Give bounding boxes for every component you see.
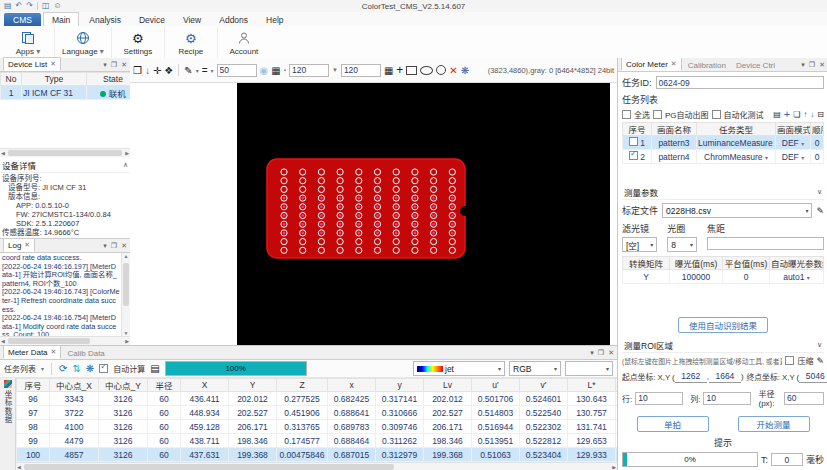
- roi-canvas[interactable]: [130, 83, 617, 345]
- radius-input[interactable]: [784, 392, 824, 405]
- meter-col-header[interactable]: a*: [616, 379, 618, 392]
- auto-calc-checkbox[interactable]: [99, 364, 108, 373]
- rows-input[interactable]: [635, 392, 683, 405]
- scroll-thumb[interactable]: [8, 338, 90, 344]
- edit-roi-icon[interactable]: ✎: [816, 356, 824, 366]
- tab-main[interactable]: Main: [43, 12, 79, 26]
- delete-roi-icon[interactable]: ✕: [449, 65, 457, 76]
- task-id-input[interactable]: [656, 76, 824, 89]
- cross-tool-icon[interactable]: +: [396, 63, 403, 77]
- device-details-header[interactable]: 设备详情 ∧: [0, 157, 130, 173]
- tab-view[interactable]: View: [175, 13, 209, 26]
- collapse-icon[interactable]: ∧: [123, 161, 128, 169]
- scroll-left-icon[interactable]: ◀: [1, 150, 5, 156]
- undo-icon[interactable]: ↶: [16, 1, 23, 11]
- dock-menu-icon[interactable]: ▾: [590, 349, 594, 357]
- dock-close-icon[interactable]: ✕: [608, 349, 614, 357]
- tab-calib-data[interactable]: Calib Data: [63, 347, 108, 359]
- language-button[interactable]: Language ▾: [55, 27, 112, 59]
- task-type-select[interactable]: LuminanceMeasure ▾: [697, 136, 776, 150]
- meter-col-header[interactable]: v': [520, 379, 568, 392]
- pencil-tool-icon[interactable]: ✎: [184, 65, 192, 76]
- scroll-right-icon[interactable]: ▶: [125, 338, 129, 344]
- task-checkbox[interactable]: [629, 137, 638, 146]
- cms-menu-button[interactable]: CMS: [4, 13, 41, 26]
- meter-col-header[interactable]: Y: [229, 379, 277, 392]
- log-hscrollbar[interactable]: ◀ ▶: [0, 336, 130, 345]
- focus-input[interactable]: [707, 237, 824, 250]
- compress-checkbox[interactable]: [785, 356, 794, 365]
- add-task-icon[interactable]: +: [784, 108, 790, 120]
- cols-input[interactable]: [703, 392, 751, 405]
- tab-addons[interactable]: Addons: [211, 13, 256, 26]
- scroll-thumb[interactable]: [24, 464, 394, 470]
- dock-menu-icon[interactable]: ▾: [801, 61, 805, 69]
- save-icon[interactable]: ▤: [4, 1, 12, 11]
- caret-icon[interactable]: ▾: [41, 365, 44, 372]
- caret-icon[interactable]: ▾: [211, 67, 214, 74]
- circle-tool-icon[interactable]: [436, 65, 446, 75]
- meter-col-header[interactable]: 中心点_X: [50, 379, 99, 392]
- tab-help[interactable]: Help: [258, 13, 291, 26]
- fit-screen-icon[interactable]: ✛: [153, 65, 161, 76]
- refresh-icon[interactable]: ⟳: [59, 363, 67, 374]
- copy-task-icon[interactable]: ❏: [793, 110, 800, 119]
- measure-params-header[interactable]: 测量参数 ∨: [622, 184, 824, 200]
- meter-col-header[interactable]: u': [472, 379, 520, 392]
- dock-menu-icon[interactable]: ▾: [103, 61, 107, 69]
- scroll-left-icon[interactable]: ◀: [17, 464, 21, 470]
- task-checkbox[interactable]: [629, 151, 638, 160]
- dock-close-icon[interactable]: ✕: [121, 242, 127, 250]
- task-mode-select[interactable]: DEF ▾: [776, 136, 811, 150]
- colormap-select[interactable]: jet▾: [413, 361, 505, 376]
- pg-auto-checkbox[interactable]: [653, 110, 662, 119]
- recipe-button[interactable]: ⚙ Recipe: [165, 27, 218, 59]
- meter-row[interactable]: 994479312660438.711198.3460.1745770.6884…: [17, 434, 618, 448]
- exposure-row[interactable]: Y 100000 0 auto1 ▾: [623, 270, 824, 284]
- ellipse-tool-icon[interactable]: [420, 66, 433, 75]
- meter-row[interactable]: 963343312660436.411202.0120.2775250.6824…: [17, 392, 618, 406]
- save-tasks-icon[interactable]: ▤: [773, 110, 781, 119]
- start-x-input[interactable]: [675, 370, 707, 383]
- meter-hscrollbar[interactable]: ◀ ▶: [16, 462, 617, 470]
- aperture-select[interactable]: 8▾: [667, 237, 697, 252]
- line-width-icon[interactable]: =: [202, 65, 208, 76]
- meter-col-header[interactable]: X: [181, 379, 229, 392]
- meter-row[interactable]: 1004857312660437.631199.3680.004758460.6…: [17, 448, 618, 462]
- caret-icon[interactable]: ▾: [196, 67, 199, 74]
- device-monitor-icon[interactable]: ◫: [42, 1, 50, 11]
- report-icon[interactable]: ▤: [150, 363, 159, 374]
- tab-device-ctrl[interactable]: Device Ctrl: [732, 59, 779, 71]
- dock-close-icon[interactable]: ✕: [121, 61, 127, 69]
- circle-overlay-icon[interactable]: ◉: [260, 65, 269, 76]
- scroll-left-icon[interactable]: ◀: [1, 338, 5, 344]
- auto-exposure-select[interactable]: auto1 ▾: [770, 270, 824, 284]
- calibrate-icon[interactable]: ❋: [461, 65, 469, 76]
- start-measure-button[interactable]: 开始测量: [738, 416, 810, 432]
- device-list-tab[interactable]: Device List✕: [3, 57, 61, 71]
- meter-row[interactable]: 973722312660448.934202.5270.4519060.6886…: [17, 406, 618, 420]
- tab-meter-data[interactable]: Meter Data✕: [3, 345, 61, 359]
- meter-col-header[interactable]: 半径: [148, 379, 181, 392]
- task-row[interactable]: 1 pattern3 LuminanceMeasure ▾ DEF ▾ 0: [623, 136, 824, 150]
- scroll-thumb[interactable]: [8, 150, 122, 156]
- dock-float-icon[interactable]: ❐: [809, 61, 815, 69]
- user-icon[interactable]: ☺: [54, 1, 62, 11]
- colorspace-select[interactable]: RGB▾: [509, 361, 561, 376]
- grid-height-input[interactable]: [341, 64, 381, 77]
- meter-col-header[interactable]: x: [328, 379, 376, 392]
- redo-icon[interactable]: ↷: [26, 1, 33, 11]
- scroll-right-icon[interactable]: ▶: [612, 464, 616, 470]
- nd-filter-select[interactable]: [空]▾: [622, 237, 657, 252]
- pen-size-input[interactable]: [217, 64, 257, 77]
- apps-button[interactable]: Apps ▾: [2, 27, 55, 59]
- grid-icon[interactable]: ▦: [271, 65, 280, 76]
- close-icon[interactable]: ✕: [24, 241, 30, 249]
- task-row[interactable]: 2 pattern4 ChromMeasure ▾ DEF ▾ 0: [623, 150, 824, 164]
- settings-button[interactable]: ⚙ Settings: [112, 27, 165, 59]
- dock-menu-icon[interactable]: ▾: [103, 242, 107, 250]
- log-vscrollbar[interactable]: ▲ ▼: [121, 253, 130, 336]
- auto-test-checkbox[interactable]: [712, 110, 721, 119]
- grid-apply-icon[interactable]: ▦: [384, 65, 393, 76]
- coords-side-tab[interactable]: 坐标数据: [0, 378, 16, 470]
